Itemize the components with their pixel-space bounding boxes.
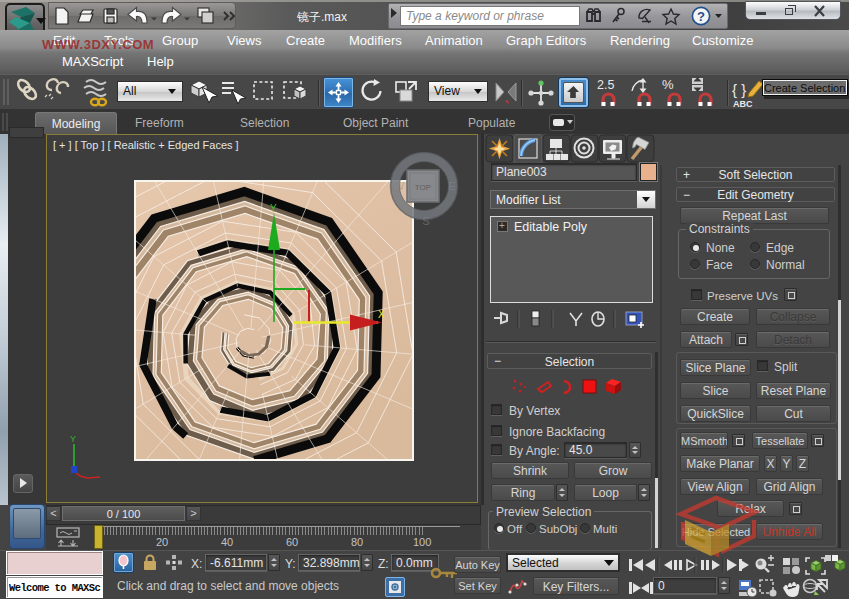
svg-text:[ + ] [ Top ] [ Realistic + Ed: [ + ] [ Top ] [ Realistic + Edged Faces … [53, 139, 239, 151]
svg-text:ABC: ABC [733, 99, 753, 109]
svg-text:TOP: TOP [415, 183, 431, 192]
svg-text:W: W [394, 180, 405, 192]
svg-text:Y: Y [270, 203, 277, 214]
svg-text:S: S [422, 215, 429, 227]
svg-text:2.5: 2.5 [597, 78, 614, 92]
svg-text:Y: Y [70, 434, 76, 444]
svg-text:{ }: { } [732, 81, 746, 98]
svg-text:%: % [662, 77, 674, 92]
svg-text:?: ? [697, 9, 705, 24]
svg-text:X: X [378, 309, 385, 320]
svg-text:E: E [448, 180, 455, 192]
